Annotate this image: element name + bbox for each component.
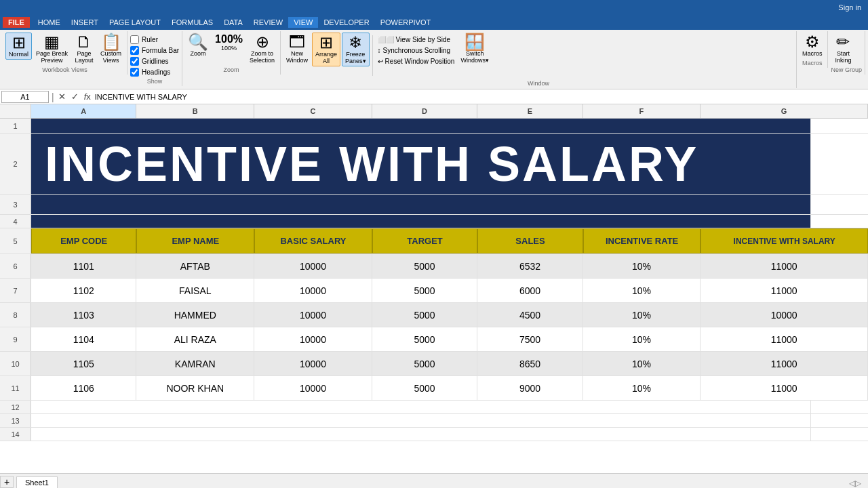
gridlines-checkbox[interactable] (130, 57, 139, 66)
row-num-11[interactable]: 11 (0, 376, 31, 400)
ribbon-btn-macros[interactable]: ⚙ Macros (800, 33, 825, 58)
row-num-5[interactable]: 5 (0, 228, 31, 253)
col-header-e[interactable]: E (477, 104, 583, 118)
title-cell-mid[interactable] (31, 195, 811, 214)
cell-11d[interactable]: 5000 (372, 376, 477, 400)
cell-8g[interactable]: 10000 (701, 303, 868, 327)
cell-9e[interactable]: 7500 (477, 327, 583, 351)
cell-11a[interactable]: 1106 (31, 376, 136, 400)
header-emp-name[interactable]: EMP NAME (136, 228, 254, 253)
title-cell-top[interactable] (31, 119, 811, 133)
cell-11b[interactable]: NOOR KHAN (136, 376, 254, 400)
cell-7e[interactable]: 6000 (477, 279, 583, 302)
ribbon-btn-start-inking[interactable]: ✏ StartInking (831, 33, 855, 65)
scroll-left-icon[interactable]: ◁ (849, 479, 855, 488)
ribbon-btn-zoom[interactable]: 🔍 Zoom (185, 33, 211, 58)
cell-6c[interactable]: 10000 (254, 254, 372, 278)
ribbon-btn-page-layout[interactable]: 🗋 PageLayout (72, 33, 96, 65)
menu-view[interactable]: VIEW (288, 17, 318, 28)
ribbon-btn-zoom-selection[interactable]: ⊕ Zoom toSelection (247, 33, 277, 65)
cell-10e[interactable]: 8650 (477, 352, 583, 375)
menu-file[interactable]: FILE (3, 17, 30, 28)
sign-in-link[interactable]: Sign in (838, 3, 861, 12)
cell-6a[interactable]: 1101 (31, 254, 136, 278)
row-num-14[interactable]: 14 (0, 428, 31, 441)
cell-8b[interactable]: HAMMED (136, 303, 254, 327)
header-basic-salary[interactable]: BASIC SALARY (254, 228, 372, 253)
cell-11c[interactable]: 10000 (254, 376, 372, 400)
cell-7a[interactable]: 1102 (31, 279, 136, 302)
menu-formulas[interactable]: FORMULAS (166, 17, 218, 28)
cell-8d[interactable]: 5000 (372, 303, 477, 327)
cell-6e[interactable]: 6532 (477, 254, 583, 278)
menu-page-layout[interactable]: PAGE LAYOUT (104, 17, 166, 28)
ribbon-btn-custom-views[interactable]: 📋 CustomViews (98, 33, 124, 65)
view-side-by-side[interactable]: ⬜⬜ View Side by Side (376, 35, 457, 44)
col-header-f[interactable]: F (583, 104, 701, 118)
menu-data[interactable]: DATA (218, 17, 248, 28)
col-header-b[interactable]: B (136, 104, 254, 118)
cell-8f[interactable]: 10% (583, 303, 701, 327)
cell-10c[interactable]: 10000 (254, 352, 372, 375)
name-box[interactable] (1, 91, 49, 103)
sheet-tab-1[interactable]: Sheet1 (16, 476, 58, 488)
row-num-4[interactable]: 4 (0, 215, 31, 228)
ruler-checkbox[interactable] (130, 35, 139, 44)
cell-7b[interactable]: FAISAL (136, 279, 254, 302)
cell-8a[interactable]: 1103 (31, 303, 136, 327)
ribbon-btn-new-window[interactable]: 🗔 NewWindow (283, 33, 311, 65)
formula-bar-checkbox[interactable] (130, 46, 139, 55)
ribbon-btn-arrange-all[interactable]: ⊞ ArrangeAll (312, 33, 340, 66)
formula-bar-check[interactable]: Formula Bar (130, 46, 179, 55)
header-incentive-rate[interactable]: INCENTIVE RATE (583, 228, 701, 253)
formula-insert-fn[interactable]: fx (83, 92, 92, 102)
header-incentive-salary[interactable]: INCENTIVE WITH SALARY (701, 228, 868, 253)
ribbon-btn-switch-windows[interactable]: 🪟 SwitchWindows▾ (458, 33, 492, 65)
cell-8e[interactable]: 4500 (477, 303, 583, 327)
cell-6f[interactable]: 10% (583, 254, 701, 278)
cell-9a[interactable]: 1104 (31, 327, 136, 351)
menu-home[interactable]: HOME (33, 17, 66, 28)
scroll-right-icon[interactable]: ▷ (855, 479, 861, 488)
title-cell-bot[interactable] (31, 215, 811, 228)
row-num-8[interactable]: 8 (0, 303, 31, 327)
cell-12-empty[interactable] (31, 401, 811, 413)
header-sales[interactable]: SALES (477, 228, 583, 253)
formula-enter[interactable]: ✓ (70, 92, 80, 102)
cell-9b[interactable]: ALI RAZA (136, 327, 254, 351)
cell-10f[interactable]: 10% (583, 352, 701, 375)
col-header-d[interactable]: D (372, 104, 477, 118)
cell-7f[interactable]: 10% (583, 279, 701, 302)
row-num-7[interactable]: 7 (0, 279, 31, 302)
cell-9c[interactable]: 10000 (254, 327, 372, 351)
cell-10a[interactable]: 1105 (31, 352, 136, 375)
col-header-c[interactable]: C (254, 104, 372, 118)
row-num-1[interactable]: 1 (0, 119, 31, 133)
cell-7d[interactable]: 5000 (372, 279, 477, 302)
cell-7c[interactable]: 10000 (254, 279, 372, 302)
cell-9d[interactable]: 5000 (372, 327, 477, 351)
ribbon-btn-page-break[interactable]: ▦ Page BreakPreview (33, 33, 71, 65)
row-num-6[interactable]: 6 (0, 254, 31, 278)
col-header-g[interactable]: G (701, 104, 868, 118)
cell-10d[interactable]: 5000 (372, 352, 477, 375)
synchronous-scrolling[interactable]: ↕ Synchronous Scrolling (376, 46, 457, 55)
ribbon-btn-freeze-panes[interactable]: ❄ FreezePanes▾ (342, 33, 370, 66)
add-sheet-button[interactable]: + (0, 476, 14, 488)
col-header-a[interactable]: A (31, 104, 136, 118)
reset-window-position[interactable]: ↩ Reset Window Position (376, 57, 457, 66)
cell-9g[interactable]: 11000 (701, 327, 868, 351)
row-num-12[interactable]: 12 (0, 401, 31, 413)
cell-6g[interactable]: 11000 (701, 254, 868, 278)
ribbon-btn-normal[interactable]: ⊞ Normal (5, 33, 32, 60)
cell-11g[interactable]: 11000 (701, 376, 868, 400)
formula-input[interactable] (92, 91, 867, 103)
cell-9f[interactable]: 10% (583, 327, 701, 351)
menu-developer[interactable]: DEVELOPER (318, 17, 374, 28)
row-num-10[interactable]: 10 (0, 352, 31, 375)
cell-7g[interactable]: 11000 (701, 279, 868, 302)
cell-6d[interactable]: 5000 (372, 254, 477, 278)
row-num-13[interactable]: 13 (0, 414, 31, 427)
menu-insert[interactable]: INSERT (66, 17, 104, 28)
cell-11f[interactable]: 10% (583, 376, 701, 400)
